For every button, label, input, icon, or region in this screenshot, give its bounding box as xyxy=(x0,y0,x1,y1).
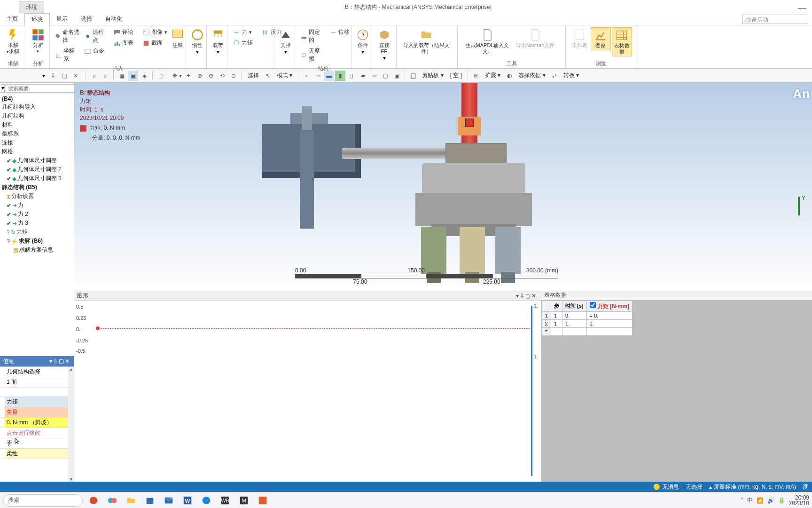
sel-ext2-icon[interactable]: ▢ xyxy=(380,71,390,81)
solve-dropdown[interactable]: ▾求解 xyxy=(7,48,19,55)
tree-force-3[interactable]: ✔➜ 力 3 xyxy=(0,219,74,228)
zoom-in-icon[interactable]: ⊕ xyxy=(195,71,205,81)
table-toggle[interactable]: 表格数据 xyxy=(612,27,632,56)
ribbon-tab-display[interactable]: 显示 xyxy=(50,13,74,25)
worksheet-button[interactable]: 工作表 xyxy=(570,27,590,49)
tray-clock[interactable]: 20:092023/10 xyxy=(789,495,809,506)
taskbar-app-orange[interactable] xyxy=(255,494,271,507)
iso-icon[interactable]: ◈ xyxy=(139,71,149,81)
zoom-fit-icon[interactable]: ⌕ xyxy=(89,71,99,81)
ribbon-tab-home[interactable]: 主页 xyxy=(0,13,24,25)
maximize-icon[interactable]: ▢ xyxy=(59,71,70,81)
tree-sizing-3[interactable]: ✔◆ 几何体尺寸调整 3 xyxy=(0,174,74,183)
tree-force-1[interactable]: ✔➜ 力 xyxy=(0,201,74,210)
comment-button[interactable]: 评论 xyxy=(112,27,140,37)
pin-icon[interactable]: ⇩ xyxy=(48,71,58,81)
zoom-all-icon[interactable]: ⊙ xyxy=(228,71,239,81)
chart-button[interactable]: 图表 xyxy=(112,38,140,48)
taskbar-workbench[interactable]: WB xyxy=(217,494,233,507)
detail-type[interactable]: 力矩 xyxy=(5,397,68,407)
sel-body-icon[interactable]: ▮ xyxy=(335,71,345,81)
taskbar-explorer[interactable] xyxy=(123,494,139,507)
sel-ext3-icon[interactable]: ▣ xyxy=(391,71,402,81)
sel-node-icon[interactable]: ▯ xyxy=(346,71,357,81)
inertia-button[interactable]: 惯性▾ xyxy=(190,27,205,56)
ribbon-tab-automation[interactable]: 自动化 xyxy=(99,13,129,25)
remote-point-button[interactable]: 远程点 xyxy=(83,27,111,45)
clipboard-label[interactable]: 剪贴板 ▾ xyxy=(419,71,446,79)
tree-force-2[interactable]: ✔➜ 力 2 xyxy=(0,210,74,219)
moment-button[interactable]: 力矩 xyxy=(231,38,259,48)
detail-scoping-method[interactable]: 几何结构选择 xyxy=(5,367,68,377)
condition-button[interactable]: 条件▾ xyxy=(355,27,370,56)
tree-moment[interactable]: ?↻ 力矩 xyxy=(0,228,74,237)
select-dep-label[interactable]: 选择依据 ▾ xyxy=(515,71,548,79)
direct-fe-button[interactable]: 直接FE▾ xyxy=(376,27,392,62)
graph-max-icon[interactable]: ▢ xyxy=(525,293,531,299)
coord-sys-button[interactable]: 坐标系 xyxy=(54,46,82,64)
details-max-icon[interactable]: ▢ xyxy=(59,358,64,365)
cursor-icon[interactable]: ↖ xyxy=(263,71,273,81)
tray-chevron-icon[interactable]: ˄ xyxy=(741,497,743,504)
tray-wifi-icon[interactable]: 📶 xyxy=(757,497,764,504)
moment-col-checkbox[interactable] xyxy=(590,302,596,308)
tree-coordsys[interactable]: 坐标系 xyxy=(0,129,74,138)
detail-define-by[interactable]: 矢量 xyxy=(5,407,68,417)
detail-magnitude[interactable]: 0. N·mm （斜坡） xyxy=(5,418,68,428)
section-button[interactable]: 截面 xyxy=(141,38,169,48)
pan-icon[interactable]: ✦ xyxy=(183,71,194,81)
tree-search-input[interactable] xyxy=(6,84,75,93)
model-geometry[interactable] xyxy=(196,83,535,285)
graph-pin-icon[interactable]: ⇩ xyxy=(520,293,524,299)
solve-button[interactable]: 求解 ▾求解 xyxy=(4,27,22,56)
force-button[interactable]: 力 ▾ xyxy=(231,27,259,37)
sel-vertex-icon[interactable]: ▫ xyxy=(301,71,312,81)
mode-label[interactable]: 模式 ▾ xyxy=(274,71,295,79)
taskbar-copilot[interactable] xyxy=(104,494,120,507)
command-button[interactable]: 命令 xyxy=(83,46,111,56)
tree-analysis-settings[interactable]: ⧗ 分析设置 xyxy=(0,192,74,201)
detail-behavior[interactable]: 柔性 xyxy=(5,449,68,459)
window-minimize[interactable]: — xyxy=(792,3,812,13)
clipboard-icon[interactable]: 📋 xyxy=(408,71,418,81)
named-selection-button[interactable]: 命名选择 xyxy=(54,27,82,45)
taskbar-mail[interactable] xyxy=(161,494,177,507)
rotate-icon[interactable]: ✥ ▾ xyxy=(172,71,182,81)
zoom-reset-icon[interactable]: ⟲ xyxy=(217,71,227,81)
analyze-button[interactable]: 分析▾ xyxy=(30,27,46,56)
details-pin-icon[interactable]: ⇩ xyxy=(53,358,58,365)
taskbar-store[interactable] xyxy=(142,494,158,507)
ribbon-tab-environment[interactable]: 环境 xyxy=(24,13,50,26)
tree-solution-info[interactable]: ▦ 求解方案信息 xyxy=(0,246,74,254)
convert-icon[interactable]: ⇄ xyxy=(549,71,560,81)
sel-ext1-icon[interactable]: ▱ xyxy=(369,71,379,81)
tray-lang[interactable]: 中 xyxy=(747,496,753,504)
status-units[interactable]: ▴ 度量标准 (mm, kg, N, s, mV, mA) xyxy=(709,483,796,491)
support-button[interactable]: 支撑▾ xyxy=(278,27,293,56)
graph-dd-icon[interactable]: ▾ xyxy=(516,293,519,299)
select-by-icon[interactable]: ◐ xyxy=(504,71,515,81)
sel-face-icon[interactable]: ▬ xyxy=(324,71,334,81)
status-no-msg[interactable]: 🟡 无消息 xyxy=(653,483,679,491)
frictionless-button[interactable]: 无摩擦 xyxy=(299,46,327,64)
graph-canvas[interactable]: 0.5 0.25 0. -0.25 -0.5 1. 1. 1 xyxy=(74,301,541,492)
sel-elem-icon[interactable]: ▰ xyxy=(358,71,368,81)
ribbon-tab-select[interactable]: 选择 xyxy=(74,13,99,25)
tree-static-structural[interactable]: 静态结构 (B5) xyxy=(0,183,74,192)
view-triad[interactable]: Y xyxy=(789,197,808,225)
tray-volume-icon[interactable]: 🔊 xyxy=(767,497,774,504)
tray-battery-icon[interactable]: 🔋 xyxy=(778,497,785,504)
tree-geometry[interactable]: 几何结构 xyxy=(0,111,74,120)
taskbar-edge[interactable] xyxy=(198,494,214,507)
outline-tree[interactable]: (B4) 几何结构导入 几何结构 材料 坐标系 连接 网格 ✔◆ 几何体尺寸调整… xyxy=(0,94,74,356)
detail-geometry[interactable]: 1 面 xyxy=(5,377,68,387)
tree-materials[interactable]: 材料 xyxy=(0,120,74,129)
annotate-button[interactable]: 注释 xyxy=(170,27,185,49)
taskbar-app-1[interactable] xyxy=(86,494,102,507)
wireframe-icon[interactable]: ▦ xyxy=(117,71,127,81)
detail-direction[interactable]: 点击进行修改 xyxy=(5,428,68,438)
details-close-icon[interactable]: ✕ xyxy=(65,358,70,365)
table-grid[interactable]: 步时间 [s] 力矩 [N·mm] 110.= 0. 211.0. * xyxy=(541,301,812,492)
tree-mesh[interactable]: 网格 xyxy=(0,147,74,156)
shaded-icon[interactable]: ▣ xyxy=(128,71,138,81)
